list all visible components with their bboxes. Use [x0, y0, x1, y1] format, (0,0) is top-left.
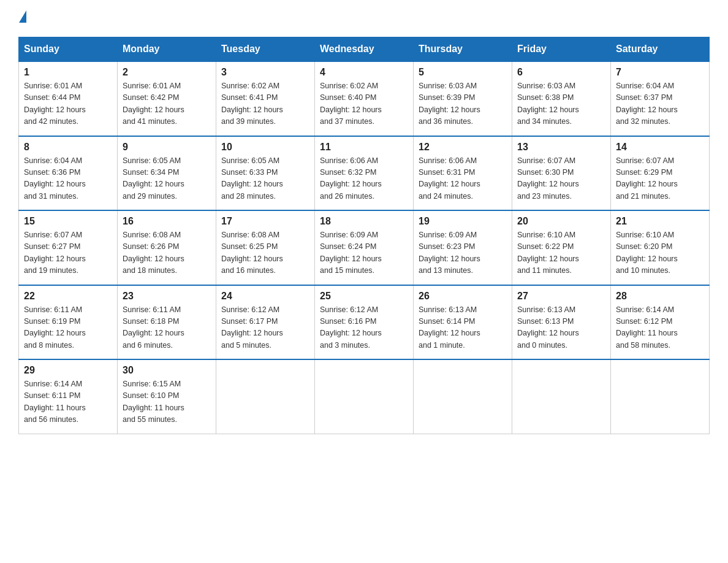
daylight-text-2: and 18 minutes.: [123, 266, 177, 275]
calendar-cell: [315, 359, 414, 434]
day-number: 8: [24, 142, 112, 153]
daylight-text-1: Daylight: 12 hours: [221, 329, 283, 337]
daylight-text-2: and 13 minutes.: [419, 266, 473, 275]
day-info: Sunrise: 6:07 AMSunset: 6:29 PMDaylight:…: [616, 155, 704, 203]
day-number: 13: [517, 142, 605, 153]
sunset-text: Sunset: 6:14 PM: [419, 317, 475, 326]
calendar-cell: 22Sunrise: 6:11 AMSunset: 6:19 PMDayligh…: [19, 285, 118, 360]
daylight-text-2: and 41 minutes.: [123, 117, 177, 126]
day-number: 26: [419, 291, 507, 302]
daylight-text-2: and 34 minutes.: [517, 117, 572, 126]
daylight-text-1: Daylight: 12 hours: [123, 105, 184, 114]
sunset-text: Sunset: 6:40 PM: [320, 93, 376, 102]
day-info: Sunrise: 6:03 AMSunset: 6:38 PMDaylight:…: [517, 80, 605, 128]
calendar-cell: 13Sunrise: 6:07 AMSunset: 6:30 PMDayligh…: [512, 136, 611, 211]
daylight-text-1: Daylight: 12 hours: [320, 105, 382, 114]
daylight-text-2: and 55 minutes.: [123, 415, 177, 424]
calendar-cell: 4Sunrise: 6:02 AMSunset: 6:40 PMDaylight…: [315, 61, 414, 136]
calendar-table: SundayMondayTuesdayWednesdayThursdayFrid…: [18, 37, 710, 434]
day-info: Sunrise: 6:05 AMSunset: 6:34 PMDaylight:…: [123, 155, 211, 203]
sunrise-text: Sunrise: 6:10 AM: [616, 231, 674, 239]
daylight-text-1: Daylight: 12 hours: [24, 329, 86, 337]
calendar-cell: 2Sunrise: 6:01 AMSunset: 6:42 PMDaylight…: [118, 61, 216, 136]
sunset-text: Sunset: 6:23 PM: [419, 242, 475, 251]
day-info: Sunrise: 6:01 AMSunset: 6:42 PMDaylight:…: [123, 80, 211, 128]
day-info: Sunrise: 6:09 AMSunset: 6:24 PMDaylight:…: [320, 229, 408, 277]
calendar-cell: 6Sunrise: 6:03 AMSunset: 6:38 PMDaylight…: [512, 61, 611, 136]
day-number: 21: [616, 216, 704, 227]
sunset-text: Sunset: 6:25 PM: [221, 242, 278, 251]
daylight-text-1: Daylight: 12 hours: [517, 255, 579, 263]
sunrise-text: Sunrise: 6:10 AM: [517, 231, 575, 239]
sunrise-text: Sunrise: 6:08 AM: [123, 231, 181, 239]
sunrise-text: Sunrise: 6:14 AM: [24, 380, 82, 388]
daylight-text-1: Daylight: 12 hours: [24, 180, 86, 188]
daylight-text-2: and 24 minutes.: [419, 192, 473, 201]
sunrise-text: Sunrise: 6:02 AM: [221, 82, 279, 90]
day-info: Sunrise: 6:03 AMSunset: 6:39 PMDaylight:…: [419, 80, 507, 128]
daylight-text-2: and 6 minutes.: [123, 341, 173, 350]
calendar-cell: 25Sunrise: 6:12 AMSunset: 6:16 PMDayligh…: [315, 285, 414, 360]
daylight-text-1: Daylight: 12 hours: [221, 255, 283, 263]
day-number: 6: [517, 67, 605, 78]
day-info: Sunrise: 6:07 AMSunset: 6:30 PMDaylight:…: [517, 155, 605, 203]
calendar-cell: 14Sunrise: 6:07 AMSunset: 6:29 PMDayligh…: [611, 136, 710, 211]
daylight-text-1: Daylight: 12 hours: [320, 255, 382, 263]
daylight-text-1: Daylight: 12 hours: [221, 180, 283, 188]
sunrise-text: Sunrise: 6:03 AM: [517, 82, 575, 90]
sunset-text: Sunset: 6:33 PM: [221, 168, 278, 177]
day-info: Sunrise: 6:14 AMSunset: 6:12 PMDaylight:…: [616, 304, 704, 352]
day-number: 7: [616, 67, 704, 78]
header-friday: Friday: [512, 37, 611, 62]
sunrise-text: Sunrise: 6:09 AM: [419, 231, 477, 239]
sunset-text: Sunset: 6:42 PM: [123, 93, 179, 102]
daylight-text-2: and 26 minutes.: [320, 192, 374, 201]
daylight-text-2: and 32 minutes.: [616, 117, 670, 126]
calendar-cell: 1Sunrise: 6:01 AMSunset: 6:44 PMDaylight…: [19, 61, 118, 136]
day-info: Sunrise: 6:11 AMSunset: 6:19 PMDaylight:…: [24, 304, 112, 352]
calendar-week-row: 22Sunrise: 6:11 AMSunset: 6:19 PMDayligh…: [19, 285, 710, 360]
sunrise-text: Sunrise: 6:06 AM: [320, 156, 378, 165]
daylight-text-2: and 1 minute.: [419, 341, 465, 350]
day-info: Sunrise: 6:13 AMSunset: 6:14 PMDaylight:…: [419, 304, 507, 352]
day-number: 3: [221, 67, 309, 78]
day-info: Sunrise: 6:15 AMSunset: 6:10 PMDaylight:…: [123, 378, 211, 426]
sunrise-text: Sunrise: 6:02 AM: [320, 82, 378, 90]
daylight-text-1: Daylight: 12 hours: [123, 329, 184, 337]
day-number: 23: [123, 291, 211, 302]
sunset-text: Sunset: 6:18 PM: [123, 317, 179, 326]
sunset-text: Sunset: 6:37 PM: [616, 93, 672, 102]
daylight-text-2: and 11 minutes.: [517, 266, 572, 275]
day-info: Sunrise: 6:06 AMSunset: 6:32 PMDaylight:…: [320, 155, 408, 203]
sunset-text: Sunset: 6:10 PM: [123, 391, 179, 400]
sunset-text: Sunset: 6:39 PM: [419, 93, 475, 102]
calendar-cell: 19Sunrise: 6:09 AMSunset: 6:23 PMDayligh…: [414, 210, 512, 285]
sunset-text: Sunset: 6:12 PM: [616, 317, 672, 326]
daylight-text-1: Daylight: 12 hours: [517, 329, 579, 337]
day-number: 19: [419, 216, 507, 227]
daylight-text-1: Daylight: 12 hours: [419, 255, 480, 263]
sunset-text: Sunset: 6:17 PM: [221, 317, 278, 326]
daylight-text-1: Daylight: 12 hours: [419, 329, 480, 337]
daylight-text-1: Daylight: 12 hours: [221, 105, 283, 114]
daylight-text-1: Daylight: 12 hours: [419, 105, 480, 114]
day-number: 27: [517, 291, 605, 302]
day-number: 10: [221, 142, 309, 153]
sunset-text: Sunset: 6:13 PM: [517, 317, 574, 326]
sunrise-text: Sunrise: 6:14 AM: [616, 305, 674, 314]
calendar-cell: 5Sunrise: 6:03 AMSunset: 6:39 PMDaylight…: [414, 61, 512, 136]
sunrise-text: Sunrise: 6:01 AM: [24, 82, 82, 90]
day-info: Sunrise: 6:10 AMSunset: 6:20 PMDaylight:…: [616, 229, 704, 277]
daylight-text-2: and 15 minutes.: [320, 266, 374, 275]
daylight-text-2: and 21 minutes.: [616, 192, 670, 201]
day-info: Sunrise: 6:07 AMSunset: 6:27 PMDaylight:…: [24, 229, 112, 277]
calendar-cell: 16Sunrise: 6:08 AMSunset: 6:26 PMDayligh…: [118, 210, 216, 285]
daylight-text-2: and 8 minutes.: [24, 341, 74, 350]
header-wednesday: Wednesday: [315, 37, 414, 62]
header-saturday: Saturday: [611, 37, 710, 62]
sunrise-text: Sunrise: 6:05 AM: [123, 156, 181, 165]
daylight-text-2: and 42 minutes.: [24, 117, 78, 126]
calendar-cell: [414, 359, 512, 434]
calendar-cell: 23Sunrise: 6:11 AMSunset: 6:18 PMDayligh…: [118, 285, 216, 360]
sunset-text: Sunset: 6:27 PM: [24, 242, 80, 251]
